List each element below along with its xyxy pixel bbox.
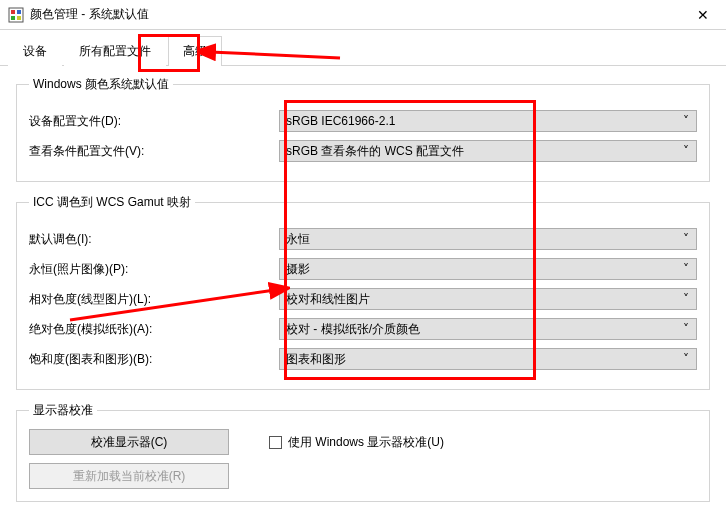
device-profile-label: 设备配置文件(D): [29, 113, 279, 130]
combo-value: 摄影 [286, 261, 310, 278]
tabstrip: 设备 所有配置文件 高级 [0, 30, 726, 66]
chevron-down-icon: ˅ [680, 323, 692, 335]
relative-label: 相对色度(线型图片)(L): [29, 291, 279, 308]
perceptual-combo[interactable]: 摄影 ˅ [279, 258, 697, 280]
chevron-down-icon: ˅ [680, 353, 692, 365]
chevron-down-icon: ˅ [680, 263, 692, 275]
combo-value: 图表和图形 [286, 351, 346, 368]
group-legend: Windows 颜色系统默认值 [29, 76, 173, 93]
group-icc-gamut: ICC 调色到 WCS Gamut 映射 默认调色(I): 永恒 ˅ 永恒(照片… [16, 194, 710, 390]
checkbox-box [269, 436, 282, 449]
saturation-combo[interactable]: 图表和图形 ˅ [279, 348, 697, 370]
combo-value: sRGB IEC61966-2.1 [286, 114, 395, 128]
absolute-label: 绝对色度(模拟纸张)(A): [29, 321, 279, 338]
svg-rect-1 [11, 10, 15, 14]
row-perceptual: 永恒(照片图像)(P): 摄影 ˅ [29, 257, 697, 281]
combo-value: 校对和线性图片 [286, 291, 370, 308]
device-profile-combo[interactable]: sRGB IEC61966-2.1 ˅ [279, 110, 697, 132]
tab-label: 所有配置文件 [79, 44, 151, 58]
perceptual-label: 永恒(照片图像)(P): [29, 261, 279, 278]
group-display-calibration: 显示器校准 校准显示器(C) 使用 Windows 显示器校准(U) 重新加载当… [16, 402, 710, 502]
calibrate-display-button[interactable]: 校准显示器(C) [29, 429, 229, 455]
svg-rect-2 [17, 10, 21, 14]
group-windows-defaults: Windows 颜色系统默认值 设备配置文件(D): sRGB IEC61966… [16, 76, 710, 182]
absolute-combo[interactable]: 校对 - 模拟纸张/介质颜色 ˅ [279, 318, 697, 340]
svg-rect-4 [17, 16, 21, 20]
button-label: 重新加载当前校准(R) [73, 468, 186, 485]
chevron-down-icon: ˅ [680, 115, 692, 127]
default-intent-label: 默认调色(I): [29, 231, 279, 248]
viewing-profile-label: 查看条件配置文件(V): [29, 143, 279, 160]
tab-label: 设备 [23, 44, 47, 58]
group-legend: 显示器校准 [29, 402, 97, 419]
calibration-row-1: 校准显示器(C) 使用 Windows 显示器校准(U) [29, 429, 697, 455]
use-windows-calibration-checkbox[interactable]: 使用 Windows 显示器校准(U) [269, 434, 444, 451]
default-intent-combo[interactable]: 永恒 ˅ [279, 228, 697, 250]
viewing-profile-combo[interactable]: sRGB 查看条件的 WCS 配置文件 ˅ [279, 140, 697, 162]
tab-devices[interactable]: 设备 [8, 36, 62, 66]
close-icon: ✕ [697, 7, 709, 23]
tab-all-profiles[interactable]: 所有配置文件 [64, 36, 166, 66]
row-viewing-profile: 查看条件配置文件(V): sRGB 查看条件的 WCS 配置文件 ˅ [29, 139, 697, 163]
tab-label: 高级 [183, 44, 207, 58]
calibration-row-2: 重新加载当前校准(R) [29, 463, 697, 489]
titlebar: 颜色管理 - 系统默认值 ✕ [0, 0, 726, 30]
chevron-down-icon: ˅ [680, 293, 692, 305]
row-default-intent: 默认调色(I): 永恒 ˅ [29, 227, 697, 251]
app-icon [8, 7, 24, 23]
close-button[interactable]: ✕ [680, 0, 726, 30]
row-absolute: 绝对色度(模拟纸张)(A): 校对 - 模拟纸张/介质颜色 ˅ [29, 317, 697, 341]
button-label: 校准显示器(C) [91, 434, 168, 451]
row-relative: 相对色度(线型图片)(L): 校对和线性图片 ˅ [29, 287, 697, 311]
row-saturation: 饱和度(图表和图形)(B): 图表和图形 ˅ [29, 347, 697, 371]
relative-combo[interactable]: 校对和线性图片 ˅ [279, 288, 697, 310]
window-title: 颜色管理 - 系统默认值 [30, 6, 149, 23]
checkbox-label: 使用 Windows 显示器校准(U) [288, 434, 444, 451]
content-area: Windows 颜色系统默认值 设备配置文件(D): sRGB IEC61966… [0, 66, 726, 506]
combo-value: 校对 - 模拟纸张/介质颜色 [286, 321, 420, 338]
reload-calibration-button: 重新加载当前校准(R) [29, 463, 229, 489]
row-device-profile: 设备配置文件(D): sRGB IEC61966-2.1 ˅ [29, 109, 697, 133]
chevron-down-icon: ˅ [680, 233, 692, 245]
group-legend: ICC 调色到 WCS Gamut 映射 [29, 194, 195, 211]
combo-value: 永恒 [286, 231, 310, 248]
svg-rect-3 [11, 16, 15, 20]
chevron-down-icon: ˅ [680, 145, 692, 157]
combo-value: sRGB 查看条件的 WCS 配置文件 [286, 143, 464, 160]
saturation-label: 饱和度(图表和图形)(B): [29, 351, 279, 368]
tab-advanced[interactable]: 高级 [168, 36, 222, 66]
